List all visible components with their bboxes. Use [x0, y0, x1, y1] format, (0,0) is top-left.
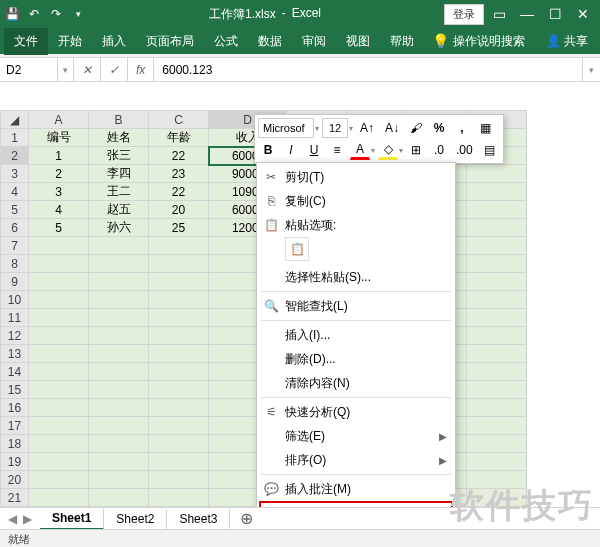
cell[interactable]: 25 [149, 219, 209, 237]
cell[interactable] [467, 237, 527, 255]
cell[interactable]: 年龄 [149, 129, 209, 147]
cell[interactable] [467, 309, 527, 327]
decrease-font-icon[interactable]: A↓ [381, 118, 403, 138]
row-header[interactable]: 19 [1, 453, 29, 471]
ctx-clear[interactable]: 清除内容(N) [257, 371, 455, 395]
col-header-b[interactable]: B [89, 111, 149, 129]
cell[interactable] [29, 363, 89, 381]
cell[interactable] [29, 489, 89, 507]
redo-icon[interactable]: ↷ [48, 6, 64, 22]
cancel-formula-icon[interactable]: ✕ [74, 58, 101, 81]
cell[interactable]: 王二 [89, 183, 149, 201]
tab-formulas[interactable]: 公式 [204, 28, 248, 55]
cell[interactable]: 23 [149, 165, 209, 183]
cell[interactable]: 20 [149, 201, 209, 219]
cell[interactable] [29, 273, 89, 291]
cell[interactable] [467, 417, 527, 435]
cell[interactable]: 4 [29, 201, 89, 219]
row-header[interactable]: 21 [1, 489, 29, 507]
cell[interactable] [149, 327, 209, 345]
bold-icon[interactable]: B [258, 140, 278, 160]
cell[interactable] [89, 237, 149, 255]
conditional-format-icon[interactable]: ▤ [480, 140, 500, 160]
ctx-quick-analysis[interactable]: ⚟快速分析(Q) [257, 400, 455, 424]
cell[interactable] [29, 435, 89, 453]
ctx-smart-lookup[interactable]: 🔍智能查找(L) [257, 294, 455, 318]
ctx-delete[interactable]: 删除(D)... [257, 347, 455, 371]
tab-data[interactable]: 数据 [248, 28, 292, 55]
row-header[interactable]: 13 [1, 345, 29, 363]
cell[interactable] [29, 345, 89, 363]
percent-icon[interactable]: % [429, 118, 449, 138]
row-header[interactable]: 20 [1, 471, 29, 489]
cell[interactable] [467, 327, 527, 345]
tab-view[interactable]: 视图 [336, 28, 380, 55]
minimize-icon[interactable]: — [514, 1, 540, 27]
cell[interactable]: 22 [149, 183, 209, 201]
ctx-paste-special[interactable]: 选择性粘贴(S)... [257, 265, 455, 289]
cell[interactable]: 赵五 [89, 201, 149, 219]
row-header[interactable]: 8 [1, 255, 29, 273]
row-header[interactable]: 3 [1, 165, 29, 183]
tell-me-search[interactable]: 操作说明搜索 [453, 33, 525, 50]
row-header[interactable]: 4 [1, 183, 29, 201]
cell[interactable] [467, 471, 527, 489]
tab-home[interactable]: 开始 [48, 28, 92, 55]
lightbulb-icon[interactable]: 💡 [432, 33, 449, 49]
cell[interactable] [467, 453, 527, 471]
ribbon-options-icon[interactable]: ▭ [486, 1, 512, 27]
cell[interactable] [149, 471, 209, 489]
sheet-next-icon[interactable]: ▶ [23, 512, 32, 526]
row-header[interactable]: 1 [1, 129, 29, 147]
cell[interactable]: 编号 [29, 129, 89, 147]
cell[interactable] [149, 435, 209, 453]
cell[interactable] [89, 489, 149, 507]
cell[interactable] [467, 219, 527, 237]
cell[interactable] [89, 471, 149, 489]
cell[interactable] [29, 381, 89, 399]
cell[interactable] [467, 201, 527, 219]
cell[interactable] [89, 363, 149, 381]
sheet-tab-1[interactable]: Sheet1 [40, 508, 104, 530]
cell[interactable] [29, 309, 89, 327]
chevron-down-icon[interactable]: ▾ [371, 146, 375, 155]
fx-icon[interactable]: fx [128, 58, 154, 81]
cell[interactable]: 5 [29, 219, 89, 237]
cell[interactable] [149, 489, 209, 507]
ctx-insert-comment[interactable]: 💬插入批注(M) [257, 477, 455, 501]
cell[interactable] [149, 417, 209, 435]
mini-font-size[interactable]: 12 [322, 118, 348, 138]
cell[interactable]: 孙六 [89, 219, 149, 237]
cell[interactable] [467, 399, 527, 417]
ctx-copy[interactable]: ⎘复制(C) [257, 189, 455, 213]
decrease-decimal-icon[interactable]: .0 [429, 140, 449, 160]
cell[interactable] [89, 399, 149, 417]
qat-dropdown-icon[interactable]: ▾ [70, 6, 86, 22]
cell[interactable] [467, 273, 527, 291]
ctx-filter[interactable]: 筛选(E)▶ [257, 424, 455, 448]
save-icon[interactable]: 💾 [4, 6, 20, 22]
tab-insert[interactable]: 插入 [92, 28, 136, 55]
cell[interactable]: 1 [29, 147, 89, 165]
row-header[interactable]: 11 [1, 309, 29, 327]
chevron-down-icon[interactable]: ▾ [349, 124, 353, 133]
cell[interactable]: 李四 [89, 165, 149, 183]
sheet-tab-2[interactable]: Sheet2 [104, 509, 167, 529]
cell[interactable] [467, 183, 527, 201]
cell[interactable] [29, 291, 89, 309]
row-header[interactable]: 9 [1, 273, 29, 291]
cell[interactable] [149, 381, 209, 399]
cell[interactable] [467, 363, 527, 381]
sheet-prev-icon[interactable]: ◀ [8, 512, 17, 526]
cell[interactable] [29, 417, 89, 435]
cell[interactable] [467, 345, 527, 363]
row-header[interactable]: 17 [1, 417, 29, 435]
mini-font-name[interactable]: Microsof [258, 118, 314, 138]
cell[interactable] [29, 237, 89, 255]
row-header[interactable]: 6 [1, 219, 29, 237]
cell[interactable] [149, 345, 209, 363]
cell[interactable] [149, 453, 209, 471]
merge-cells-icon[interactable]: ⊞ [406, 140, 426, 160]
cell[interactable] [89, 381, 149, 399]
font-color-icon[interactable]: A [350, 140, 370, 160]
